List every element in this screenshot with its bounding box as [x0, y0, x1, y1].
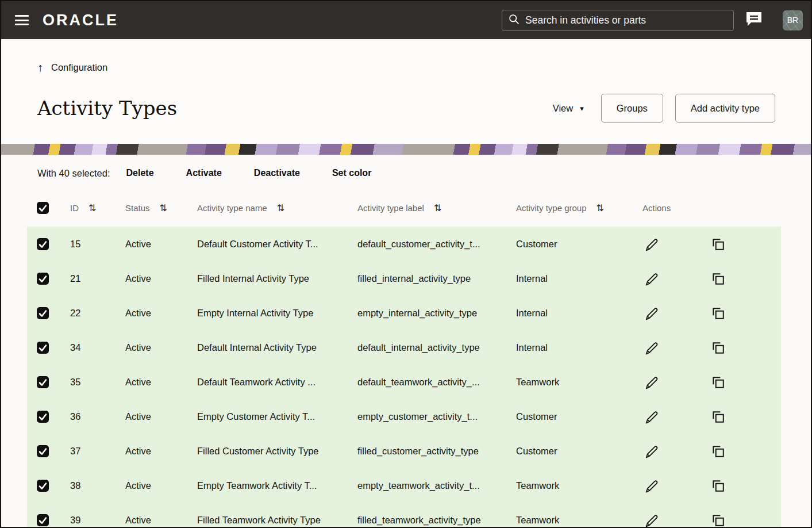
column-header-actions: Actions: [642, 203, 671, 213]
row-checkbox[interactable]: [37, 239, 48, 250]
cell-name: Default Customer Activity T...: [197, 239, 357, 250]
row-checkbox[interactable]: [37, 377, 48, 388]
pencil-icon: [644, 305, 659, 321]
oracle-logo: ORACLE: [43, 12, 118, 29]
cell-status: Active: [125, 342, 197, 353]
edit-button[interactable]: [642, 511, 660, 528]
set-color-button[interactable]: Set color: [332, 168, 371, 178]
cell-status: Active: [125, 411, 197, 422]
activate-button[interactable]: Activate: [186, 168, 222, 178]
column-header-id: ID: [70, 203, 79, 213]
sort-icon-id[interactable]: ⇅: [88, 202, 96, 213]
top-app-bar: ORACLE BR: [1, 1, 811, 39]
sort-icon-name[interactable]: ⇅: [277, 202, 284, 213]
delete-button[interactable]: Delete: [126, 168, 154, 178]
edit-button[interactable]: [642, 339, 660, 356]
column-header-label: Activity type label: [357, 203, 424, 213]
copy-icon: [710, 305, 725, 320]
copy-icon: [710, 374, 725, 389]
selection-count-text: With 40 selected:: [37, 168, 110, 179]
duplicate-button[interactable]: [709, 442, 726, 460]
cell-label: default_internal_activity_type: [357, 342, 516, 353]
row-checkbox[interactable]: [37, 446, 48, 457]
pencil-icon: [644, 374, 659, 390]
cell-id: 36: [70, 411, 125, 422]
duplicate-button[interactable]: [709, 373, 726, 391]
add-activity-type-button[interactable]: Add activity type: [675, 94, 775, 123]
cell-id: 21: [70, 273, 125, 284]
cell-group: Customer: [516, 411, 639, 422]
search-icon: [508, 13, 520, 28]
sort-icon-label[interactable]: ⇅: [434, 202, 441, 213]
hamburger-menu-icon[interactable]: [15, 15, 29, 25]
duplicate-button[interactable]: [709, 304, 726, 322]
edit-button[interactable]: [642, 477, 660, 494]
edit-button[interactable]: [642, 408, 660, 425]
table-row: 35 Active Default Teamwork Activity ... …: [27, 365, 781, 399]
messages-button[interactable]: [744, 10, 764, 30]
column-header-group: Activity type group: [516, 203, 587, 213]
cell-id: 34: [70, 342, 125, 353]
cell-id: 38: [70, 480, 125, 491]
copy-icon: [710, 340, 725, 355]
cell-group: Internal: [516, 342, 639, 353]
cell-name: Filled Teamwork Activity Type: [197, 515, 357, 526]
breadcrumb[interactable]: ↑ Configuration: [37, 61, 775, 74]
row-checkbox[interactable]: [37, 480, 48, 491]
row-checkbox[interactable]: [37, 515, 48, 526]
row-checkbox[interactable]: [37, 308, 48, 319]
cell-id: 15: [70, 239, 125, 250]
row-checkbox[interactable]: [37, 342, 48, 353]
edit-button[interactable]: [642, 235, 660, 252]
cell-label: empty_teamwork_activity_t...: [357, 480, 516, 491]
cell-label: filled_teamwork_activity_type: [357, 515, 516, 526]
cell-id: 37: [70, 446, 125, 457]
cell-status: Active: [125, 377, 197, 388]
edit-button[interactable]: [642, 442, 660, 460]
copy-icon: [710, 236, 725, 251]
breadcrumb-configuration[interactable]: Configuration: [51, 62, 107, 73]
activity-types-page: ORACLE BR ↑ Configuration Activit: [0, 0, 812, 528]
user-avatar[interactable]: BR: [783, 10, 803, 30]
sort-icon-status[interactable]: ⇅: [160, 202, 167, 213]
duplicate-button[interactable]: [709, 408, 726, 425]
search-input[interactable]: [525, 14, 728, 26]
edit-button[interactable]: [642, 304, 660, 322]
cell-group: Internal: [516, 308, 639, 319]
duplicate-button[interactable]: [709, 339, 726, 356]
row-checkbox[interactable]: [37, 273, 48, 284]
global-search[interactable]: [502, 10, 734, 31]
cell-name: Default Teamwork Activity ...: [197, 377, 357, 388]
deactivate-button[interactable]: Deactivate: [254, 168, 300, 178]
duplicate-button[interactable]: [709, 477, 726, 494]
cell-id: 22: [70, 308, 125, 319]
edit-button[interactable]: [642, 373, 660, 391]
duplicate-button[interactable]: [709, 270, 726, 287]
cell-name: Filled Internal Activity Type: [197, 273, 357, 284]
duplicate-button[interactable]: [709, 511, 726, 528]
cell-group: Customer: [516, 446, 639, 457]
column-header-status: Status: [125, 203, 150, 213]
groups-button[interactable]: Groups: [601, 94, 663, 123]
cell-id: 35: [70, 377, 125, 388]
cell-group: Customer: [516, 239, 639, 250]
view-dropdown-label: View: [553, 103, 573, 114]
row-checkbox[interactable]: [37, 411, 48, 422]
cell-label: filled_customer_activity_type: [357, 446, 516, 457]
column-header-name: Activity type name: [197, 203, 267, 213]
edit-button[interactable]: [642, 270, 660, 287]
page-title: Activity Types: [37, 93, 177, 123]
sort-icon-group[interactable]: ⇅: [597, 202, 604, 213]
pencil-icon: [644, 512, 659, 528]
select-all-checkbox[interactable]: [37, 202, 48, 213]
table-row: 38 Active Empty Teamwork Activity T... e…: [27, 468, 781, 503]
table-row: 21 Active Filled Internal Activity Type …: [27, 261, 781, 296]
cell-status: Active: [125, 446, 197, 457]
cell-label: filled_internal_activity_type: [357, 273, 516, 284]
table-row: 22 Active Empty Internal Activity Type e…: [27, 296, 781, 330]
cell-label: empty_internal_activity_type: [357, 308, 516, 319]
cell-status: Active: [125, 308, 197, 319]
view-dropdown[interactable]: View ▾: [553, 103, 584, 114]
cell-name: Empty Teamwork Activity T...: [197, 480, 357, 491]
duplicate-button[interactable]: [709, 235, 726, 252]
